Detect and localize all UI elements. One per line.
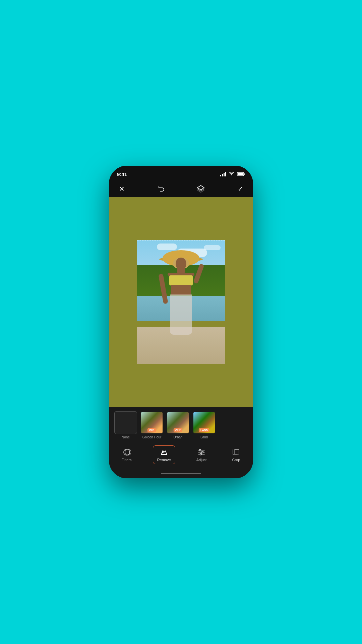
filters-icon: [122, 448, 131, 457]
body-skirt: [170, 294, 192, 335]
status-icons: [220, 171, 245, 177]
filter-gh1-badge: GH1: [147, 428, 156, 432]
crop-icon: [232, 448, 240, 457]
svg-rect-2: [244, 173, 245, 175]
filter-gh2[interactable]: GH2 Urban: [167, 411, 189, 439]
filter-land-badge: LAND: [199, 428, 209, 432]
tool-filters[interactable]: Filters: [118, 446, 136, 464]
photo-preview: [137, 240, 225, 364]
svg-rect-17: [235, 450, 239, 454]
crop-label: Crop: [232, 458, 240, 462]
status-time: 9:41: [117, 171, 127, 177]
phone-screen: 9:41: [109, 166, 253, 478]
filter-none-label: None: [122, 435, 130, 439]
canvas-area: [109, 197, 253, 407]
filters-label: Filters: [122, 458, 132, 462]
filter-none-thumb: [114, 411, 137, 434]
close-button[interactable]: ✕: [116, 183, 128, 195]
svg-point-6: [162, 452, 163, 453]
filter-none[interactable]: None: [114, 411, 137, 439]
cloud-1: [157, 244, 177, 250]
filter-gh1-thumb: GH1: [140, 411, 163, 434]
tool-crop[interactable]: Crop: [228, 446, 244, 464]
filter-gh1[interactable]: GH1 Golden Hour: [140, 411, 163, 439]
signal-icon: [220, 172, 226, 176]
svg-point-4: [124, 449, 130, 455]
filter-gh2-badge: GH2: [174, 428, 182, 432]
photo-container: [137, 240, 225, 364]
tool-adjust[interactable]: Adjust: [192, 446, 211, 464]
home-bar: [161, 473, 201, 474]
filters-strip: None GH1 Golden Hour GH2 Urban: [109, 407, 253, 440]
adjust-label: Adjust: [196, 458, 207, 462]
status-bar: 9:41: [109, 166, 253, 180]
cloud-3: [204, 245, 221, 250]
battery-icon: [237, 172, 245, 176]
confirm-button[interactable]: ✓: [234, 183, 246, 195]
filter-gh2-thumb: GH2: [167, 411, 189, 434]
svg-point-11: [202, 451, 203, 453]
filter-gh2-label: Urban: [173, 435, 182, 439]
bottom-panel: None GH1 Golden Hour GH2 Urban: [109, 407, 253, 478]
body-torso: [171, 285, 191, 295]
phone-frame: 9:41: [109, 166, 253, 478]
layers-button[interactable]: [195, 183, 207, 195]
remove-label: Remove: [157, 458, 171, 462]
person-figure: [159, 250, 203, 356]
adjust-icon: [197, 448, 206, 457]
svg-point-5: [125, 449, 131, 455]
svg-point-12: [200, 453, 202, 455]
top-toolbar: ✕ ✓: [109, 180, 253, 197]
filter-land-thumb: LAND: [193, 411, 216, 434]
svg-rect-1: [238, 173, 243, 175]
bottom-toolbar: Filters Remove: [109, 442, 253, 469]
body-neck: [177, 267, 185, 274]
filter-gh1-label: Golden Hour: [142, 435, 162, 439]
svg-point-10: [199, 449, 201, 451]
arm-right: [193, 263, 204, 284]
body-top: [169, 275, 193, 285]
filter-land-label: Land: [200, 435, 208, 439]
wifi-icon: [229, 171, 234, 177]
arm-left: [158, 273, 168, 304]
undo-button[interactable]: [155, 183, 167, 195]
tool-remove[interactable]: Remove: [153, 445, 175, 464]
remove-icon: [160, 448, 168, 457]
filter-land[interactable]: LAND Land: [193, 411, 216, 439]
home-indicator: [109, 469, 253, 478]
